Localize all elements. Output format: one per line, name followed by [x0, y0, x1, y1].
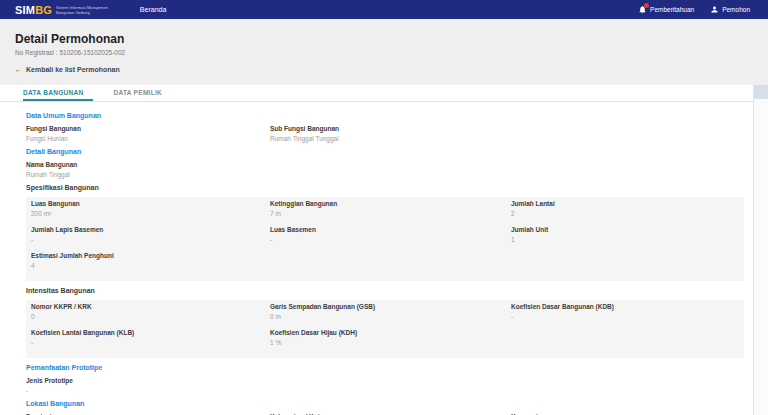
field-sub-fungsi-bangunan: Sub Fungsi Bangunan Rumah Tinggal Tungga…	[270, 125, 511, 143]
field-kdb: Koefisien Dasar Bangunan (KDB) -	[511, 303, 739, 321]
field-label: Jumlah Lapis Basemen	[31, 226, 270, 234]
field-value: -	[31, 339, 270, 347]
data-umum-fields: Fungsi Bangunan Fungsi Hunian Sub Fungsi…	[26, 125, 744, 148]
field-value: -	[270, 236, 511, 244]
tab-data-bangunan[interactable]: DATA BANGUNAN	[23, 85, 93, 101]
field-value: Rumah Tinggal	[26, 171, 270, 179]
field-label: Koefisien Dasar Bangunan (KDB)	[511, 303, 739, 311]
tab-data-pemilik[interactable]: DATA PEMILIK	[113, 85, 172, 101]
field-luas-basemen: Luas Basemen -	[270, 226, 511, 244]
field-value: 0	[31, 313, 270, 321]
registration-number: No Registrasi : 510206-15102025-002	[15, 49, 125, 56]
simbg-logo-text: SIMBG	[15, 4, 52, 16]
notifications-button[interactable]: Pemberitahuan	[638, 5, 694, 14]
top-navbar: SIMBG Sistem Informasi Manajemen Banguna…	[0, 0, 768, 19]
field-value: 4	[31, 262, 270, 270]
field-kdh: Koefisien Dasar Hijau (KDH) 1 %	[270, 329, 511, 347]
section-title-prototipe: Pemanfaatan Prototipe	[26, 364, 744, 372]
field-fungsi-bangunan: Fungsi Bangunan Fungsi Hunian	[26, 125, 270, 143]
field-label: Sub Fungsi Bangunan	[270, 125, 511, 133]
field-jenis-prototipe: Jenis Prototipe -	[26, 377, 270, 395]
field-label: Koefisien Lantai Bangunan (KLB)	[31, 329, 270, 337]
field-value: 1 %	[270, 339, 511, 347]
field-value: -	[31, 236, 270, 244]
detail-card: DATA BANGUNAN DATA PEMILIK Data Umum Ban…	[0, 85, 753, 415]
field-label: Luas Bangunan	[31, 200, 270, 208]
field-label: Ketinggian Bangunan	[270, 200, 511, 208]
spesifikasi-box: Luas Bangunan 200 m² Ketinggian Bangunan…	[26, 197, 744, 281]
account-label: Pemohon	[722, 6, 750, 13]
section-title-intensitas: Intensitas Bangunan	[26, 287, 744, 295]
field-value: 2	[511, 210, 739, 218]
nav-beranda[interactable]: Beranda	[140, 6, 166, 13]
simbg-logo[interactable]: SIMBG Sistem Informasi Manajemen Banguna…	[15, 4, 108, 16]
vertical-scrollbar[interactable]	[753, 85, 768, 415]
field-label: Nomor KKPR / KRK	[31, 303, 270, 311]
field-nomor-kkpr-krk: Nomor KKPR / KRK 0	[31, 303, 270, 321]
field-gsb: Garis Sempadan Bangunan (GSB) 0 m	[270, 303, 511, 321]
section-title-detail-bangunan: Detail Bangunan	[26, 148, 744, 156]
field-ketinggian-bangunan: Ketinggian Bangunan 7 m	[270, 200, 511, 218]
scrollbar-thumb[interactable]	[754, 85, 768, 99]
bell-icon	[638, 5, 647, 14]
section-title-data-umum: Data Umum Bangunan	[26, 112, 744, 120]
tab-bar: DATA BANGUNAN DATA PEMILIK	[0, 85, 753, 102]
field-label: Jumlah Lantai	[511, 200, 739, 208]
simbg-logo-tagline: Sistem Informasi Manajemen Bangunan Gedu…	[56, 5, 108, 15]
field-label: Luas Basemen	[270, 226, 511, 234]
field-jumlah-lantai: Jumlah Lantai 2	[511, 200, 739, 218]
field-value: 7 m	[270, 210, 511, 218]
section-title-spesifikasi: Spesifikasi Bangunan	[26, 184, 744, 192]
spesifikasi-fields: Luas Bangunan 200 m² Ketinggian Bangunan…	[31, 200, 739, 278]
back-to-list-link[interactable]: ← Kembali ke list Permohonan	[15, 66, 120, 73]
field-label: Koefisien Dasar Hijau (KDH)	[270, 329, 511, 337]
field-label: Estimasi Jumlah Penghuni	[31, 252, 270, 260]
field-label: Jumlah Unit	[511, 226, 739, 234]
field-jumlah-lapis-basemen: Jumlah Lapis Basemen -	[31, 226, 270, 244]
field-value: 1	[511, 236, 739, 244]
field-value: Fungsi Hunian	[26, 135, 270, 143]
field-label: Fungsi Bangunan	[26, 125, 270, 133]
notification-badge	[644, 3, 649, 8]
field-value: Rumah Tinggal Tunggal	[270, 135, 511, 143]
field-value: 0 m	[270, 313, 511, 321]
prototipe-fields: Jenis Prototipe -	[26, 377, 744, 400]
field-value: 200 m²	[31, 210, 270, 218]
field-estimasi-jumlah-penghuni: Estimasi Jumlah Penghuni 4	[31, 252, 270, 270]
field-label: Jenis Prototipe	[26, 377, 270, 385]
tab-content: Data Umum Bangunan Fungsi Bangunan Fungs…	[0, 102, 753, 415]
back-link-label: Kembali ke list Permohonan	[26, 66, 120, 73]
back-arrow-icon: ←	[15, 66, 22, 73]
field-luas-bangunan: Luas Bangunan 200 m²	[31, 200, 270, 218]
detail-bangunan-fields: Nama Bangunan Rumah Tinggal	[26, 161, 744, 184]
header-right: Pemberitahuan Pemohon	[638, 5, 750, 15]
field-label: Garis Sempadan Bangunan (GSB)	[270, 303, 511, 311]
field-value: -	[511, 313, 739, 321]
page-title: Detail Permohonan	[15, 32, 124, 46]
account-button[interactable]: Pemohon	[710, 5, 750, 15]
section-title-lokasi: Lokasi Bangunan	[26, 400, 744, 408]
field-label: Nama Bangunan	[26, 161, 270, 169]
field-klb: Koefisien Lantai Bangunan (KLB) -	[31, 329, 270, 347]
field-jumlah-unit: Jumlah Unit 1	[511, 226, 739, 244]
field-value: -	[26, 387, 270, 395]
person-icon	[710, 5, 719, 15]
field-nama-bangunan: Nama Bangunan Rumah Tinggal	[26, 161, 270, 179]
intensitas-fields: Nomor KKPR / KRK 0 Garis Sempadan Bangun…	[31, 303, 739, 355]
notifications-label: Pemberitahuan	[650, 6, 694, 13]
intensitas-box: Nomor KKPR / KRK 0 Garis Sempadan Bangun…	[26, 300, 744, 358]
